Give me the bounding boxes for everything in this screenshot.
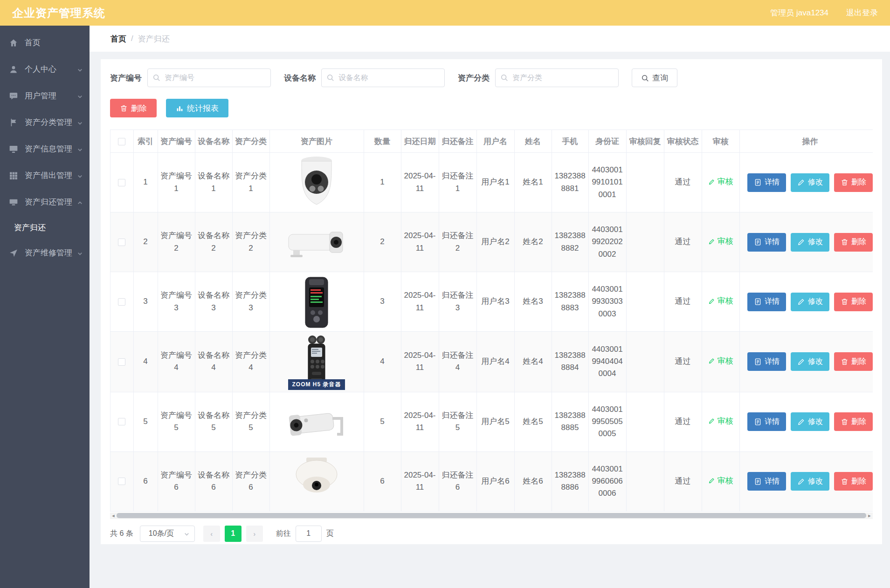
- sidebar-item-asset-lend[interactable]: 资产借出管理: [0, 162, 90, 189]
- row-delete-button[interactable]: 删除: [834, 233, 873, 252]
- horizontal-scrollbar[interactable]: ◄ ►: [110, 513, 873, 519]
- detail-button[interactable]: 详情: [747, 352, 786, 371]
- row-checkbox[interactable]: [118, 239, 125, 246]
- logout-link[interactable]: 退出登录: [846, 7, 878, 18]
- sidebar-subitem-asset-return[interactable]: 资产归还: [0, 215, 90, 239]
- row-checkbox[interactable]: [118, 179, 125, 186]
- cell-phone: 13823888885: [552, 392, 588, 451]
- row-checkbox[interactable]: [118, 478, 125, 485]
- audit-link[interactable]: 审核: [708, 235, 733, 247]
- detail-button[interactable]: 详情: [747, 233, 786, 252]
- edit-button[interactable]: 修改: [791, 352, 829, 371]
- scroll-left-arrow-icon[interactable]: ◄: [110, 513, 117, 519]
- audit-link[interactable]: 审核: [708, 295, 733, 307]
- chevron-up-icon: [77, 199, 83, 205]
- cell-audit: 审核: [702, 272, 739, 332]
- prev-page-button[interactable]: ‹: [203, 526, 220, 542]
- cell-phone: 13823888884: [552, 332, 588, 392]
- cell-checkbox: [110, 272, 133, 332]
- asset-image-zoom-h5-recorder: ZOOM H5 录音器: [272, 334, 362, 390]
- cell-index: 1: [133, 153, 158, 212]
- delete-button[interactable]: 删除: [110, 99, 157, 117]
- row-delete-button[interactable]: 删除: [834, 293, 873, 311]
- cell-id-card: 440300199505050005: [588, 392, 626, 451]
- detail-button[interactable]: 详情: [747, 472, 786, 491]
- page-number-1[interactable]: 1: [225, 526, 241, 542]
- cell-return-remark: 归还备注6: [439, 451, 476, 511]
- edit-button[interactable]: 修改: [791, 293, 829, 311]
- cell-asset-category: 资产分类2: [232, 212, 269, 272]
- cell-checkbox: [110, 392, 133, 451]
- next-page-button[interactable]: ›: [246, 526, 263, 542]
- cell-return-remark: 归还备注4: [439, 332, 476, 392]
- cell-review-reply: [626, 212, 664, 272]
- cell-review-status: 通过: [664, 153, 702, 212]
- asset-category-input[interactable]: [495, 68, 619, 87]
- audit-link[interactable]: 审核: [708, 176, 733, 188]
- cell-username: 用户名4: [476, 332, 514, 392]
- chat-icon: [8, 91, 19, 101]
- sidebar-item-asset-repair[interactable]: 资产维修管理: [0, 239, 90, 266]
- cell-asset-no: 资产编号1: [158, 153, 195, 212]
- scroll-right-arrow-icon[interactable]: ►: [866, 513, 873, 519]
- chevron-down-icon: [77, 172, 83, 178]
- detail-button[interactable]: 详情: [747, 293, 786, 311]
- row-checkbox[interactable]: [118, 298, 125, 306]
- row-delete-button[interactable]: 删除: [834, 412, 873, 431]
- cell-index: 5: [133, 392, 158, 451]
- app-title: 企业资产管理系统: [12, 6, 105, 21]
- trash-icon: [120, 104, 128, 112]
- cell-return-remark: 归还备注5: [439, 392, 476, 451]
- report-button[interactable]: 统计报表: [166, 99, 228, 117]
- cell-asset-category: 资产分类5: [232, 392, 269, 451]
- edit-button[interactable]: 修改: [791, 173, 829, 192]
- cell-checkbox: [110, 212, 133, 272]
- row-checkbox[interactable]: [118, 418, 125, 425]
- row-delete-button[interactable]: 删除: [834, 352, 873, 371]
- search-button[interactable]: 查询: [632, 68, 677, 87]
- asset-image-bullet-camera: [272, 215, 362, 270]
- row-checkbox[interactable]: [118, 358, 125, 366]
- cell-asset-no: 资产编号2: [158, 212, 195, 272]
- audit-link[interactable]: 审核: [708, 475, 733, 487]
- audit-link[interactable]: 审核: [708, 415, 733, 427]
- cell-actions: 详情修改删除: [739, 153, 873, 212]
- row-delete-button[interactable]: 删除: [834, 173, 873, 192]
- cell-asset-category: 资产分类3: [232, 272, 269, 332]
- asset-no-input[interactable]: [147, 68, 271, 87]
- cell-name: 姓名6: [514, 451, 552, 511]
- current-user[interactable]: 管理员 java1234: [770, 7, 828, 18]
- row-delete-button[interactable]: 删除: [834, 472, 873, 491]
- cell-device-name: 设备名称6: [195, 451, 232, 511]
- cell-checkbox: [110, 332, 133, 392]
- cell-audit: 审核: [702, 332, 739, 392]
- cell-actions: 详情修改删除: [739, 451, 873, 511]
- sidebar-item-label: 资产信息管理: [25, 144, 77, 154]
- sidebar-item-profile[interactable]: 个人中心: [0, 56, 90, 82]
- edit-button[interactable]: 修改: [791, 412, 829, 431]
- audit-link[interactable]: 审核: [708, 355, 733, 367]
- edit-button[interactable]: 修改: [791, 233, 829, 252]
- cell-actions: 详情修改删除: [739, 332, 873, 392]
- sidebar-item-asset-info[interactable]: 资产信息管理: [0, 136, 90, 162]
- cell-index: 2: [133, 212, 158, 272]
- column-header: 姓名: [514, 130, 552, 153]
- select-all-checkbox[interactable]: [118, 138, 125, 145]
- scrollbar-thumb[interactable]: [117, 513, 866, 518]
- edit-button[interactable]: 修改: [791, 472, 829, 491]
- sidebar-item-asset-category[interactable]: 资产分类管理: [0, 109, 90, 136]
- goto-page-input[interactable]: [296, 526, 322, 542]
- cell-asset-image: [269, 212, 364, 272]
- detail-button[interactable]: 详情: [747, 173, 786, 192]
- page-size-select[interactable]: 10条/页: [140, 526, 195, 542]
- sidebar-item-users[interactable]: 用户管理: [0, 82, 90, 109]
- cell-username: 用户名3: [476, 272, 514, 332]
- sidebar-item-asset-return[interactable]: 资产归还管理: [0, 189, 90, 215]
- detail-button[interactable]: 详情: [747, 412, 786, 431]
- search-icon: [500, 74, 508, 82]
- select-all-header: [110, 130, 133, 153]
- sidebar-item-home[interactable]: 首页: [0, 29, 90, 56]
- breadcrumb-home[interactable]: 首页: [110, 34, 126, 44]
- device-name-input[interactable]: [321, 68, 445, 87]
- goto-label: 前往: [276, 529, 291, 539]
